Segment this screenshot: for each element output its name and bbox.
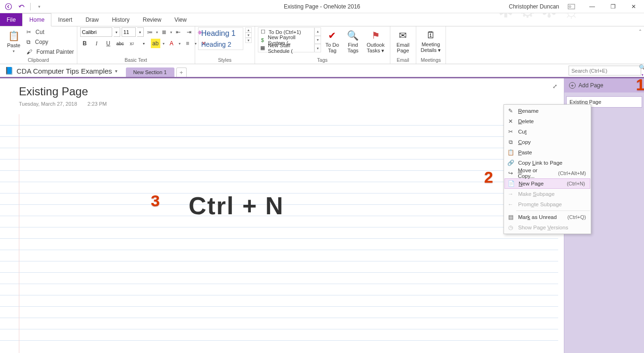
search-box[interactable]: 🔍▾ [569, 66, 641, 76]
ctx-mark-unread[interactable]: ▤Mark as Unread(Ctrl+Q) [504, 212, 591, 222]
user-name[interactable]: Christopher Duncan [509, 3, 559, 10]
group-email: ✉Email Page Email [390, 26, 416, 64]
cut-button[interactable]: ✂ Cut [26, 27, 74, 37]
undo-button[interactable] [16, 1, 27, 12]
search-input[interactable] [569, 68, 639, 74]
align-icon[interactable]: ≡ [183, 39, 192, 48]
page-time: 2:23 PM [88, 101, 107, 107]
indent-icon[interactable]: ⇥ [184, 27, 194, 37]
basic-text-label: Basic Text [80, 57, 192, 64]
tags-gallery[interactable]: ☐To Do (Ctrl+1) $New Payroll System ( ▦N… [258, 27, 314, 52]
link-icon: 🔗 [507, 160, 514, 166]
style-heading1[interactable]: Heading 1 [198, 28, 243, 39]
add-section-button[interactable]: + [176, 67, 187, 77]
tag-staff[interactable]: ▦New Staff Schedule ( [258, 44, 314, 52]
plus-icon: + [569, 82, 576, 89]
find-tags-button[interactable]: 🔍Find Tags [344, 27, 363, 56]
section-tab[interactable]: New Section 1 [126, 67, 174, 77]
page-date: Tuesday, March 27, 2018 [19, 101, 77, 107]
font-name-input[interactable] [80, 27, 112, 37]
highlight-icon[interactable]: ab [151, 39, 160, 48]
tab-home[interactable]: Home [22, 13, 51, 26]
subscript-icon[interactable]: x2 [127, 39, 137, 48]
email-label: Email [393, 57, 413, 64]
sub-dropdown-icon[interactable]: ▾ [139, 39, 149, 48]
ctx-new-page[interactable]: 📄New Page(Ctrl+N) [504, 178, 590, 189]
bullets-icon[interactable]: ≔ [145, 27, 155, 37]
group-clipboard: 📋 Paste ▾ ✂ Cut ⧉ Copy 🖌 Format Painter … [0, 26, 77, 64]
meeting-details-button[interactable]: 🗓Meeting Details ▾ [419, 27, 443, 56]
font-size-dropdown-icon[interactable]: ▾ [137, 27, 144, 37]
tab-insert[interactable]: Insert [51, 13, 79, 26]
close-button[interactable]: ✕ [625, 1, 642, 12]
qat-customize-icon[interactable]: ▾ [33, 1, 45, 12]
restore-button[interactable]: ❐ [604, 1, 621, 12]
tab-draw[interactable]: Draw [79, 13, 105, 26]
strike-icon[interactable]: abc [116, 39, 125, 48]
ctx-move[interactable]: ↪Move or Copy...(Ctrl+Alt+M) [504, 168, 591, 178]
paste-icon: 📋 [507, 149, 514, 156]
ctx-copy-link[interactable]: 🔗Copy Link to Page [504, 158, 591, 168]
group-styles: Heading 1 Heading 2 ▴▾▾ Styles [195, 26, 255, 64]
account-icon[interactable] [563, 1, 580, 12]
back-button[interactable] [3, 1, 14, 12]
minimize-button[interactable]: — [584, 1, 601, 12]
paste-icon: 📋 [8, 30, 20, 42]
font-color-icon[interactable]: A [167, 39, 176, 48]
subpage-left-icon: ← [507, 201, 514, 208]
clipboard-label: Clipboard [3, 57, 74, 64]
styles-label: Styles [198, 57, 252, 64]
styles-gallery[interactable]: Heading 1 Heading 2 [198, 27, 243, 50]
ctx-rename[interactable]: ✎Rename [504, 106, 591, 116]
copy-icon: ⧉ [507, 139, 514, 145]
ctx-copy[interactable]: ⧉Copy [504, 137, 591, 147]
dollar-icon: $ [260, 37, 265, 43]
svg-point-0 [6, 3, 12, 9]
checkbox-icon: ☐ [260, 29, 266, 35]
title-bar: ▾ Existing Page - OneNote 2016 Christoph… [0, 0, 644, 13]
notebook-dropdown[interactable]: 📘 CDA Computer Tips Examples ▾ [5, 67, 117, 77]
collapse-ribbon-icon[interactable]: ˆ [639, 29, 641, 36]
numbering-icon[interactable]: ≣ [159, 27, 169, 37]
ctx-delete[interactable]: ✕Delete [504, 116, 591, 126]
window-title: Existing Page - OneNote 2016 [284, 3, 360, 10]
tab-view[interactable]: View [168, 13, 193, 26]
tags-label: Tags [258, 57, 387, 64]
tab-file[interactable]: File [0, 13, 22, 26]
subpage-right-icon: → [507, 191, 514, 197]
tab-review[interactable]: Review [136, 13, 168, 26]
page-title[interactable]: Existing Page [19, 85, 564, 98]
bold-icon[interactable]: B [80, 39, 90, 48]
italic-icon[interactable]: I [92, 39, 101, 48]
email-page-button[interactable]: ✉Email Page [393, 27, 413, 56]
context-menu: ✎Rename ✕Delete ✂Cut ⧉Copy 📋Paste 🔗Copy … [504, 104, 591, 234]
ctx-cut[interactable]: ✂Cut [504, 126, 591, 137]
font-name-dropdown-icon[interactable]: ▾ [114, 27, 120, 37]
format-painter-button[interactable]: 🖌 Format Painter [26, 47, 74, 57]
todo-tag-button[interactable]: ✔To Do Tag [323, 27, 342, 56]
tab-history[interactable]: History [105, 13, 136, 26]
group-tags: ☐To Do (Ctrl+1) $New Payroll System ( ▦N… [255, 26, 390, 64]
calendar-icon: ▦ [260, 45, 266, 51]
page-canvas[interactable]: ⤢ Existing Page Tuesday, March 27, 2018 … [0, 78, 564, 353]
style-heading2[interactable]: Heading 2 [198, 39, 243, 50]
ctx-promote-subpage: ←Promote Subpage [504, 199, 591, 210]
flag-icon: ⚑ [372, 30, 380, 41]
copy-icon: ⧉ [26, 39, 31, 45]
chevron-down-icon: ▾ [115, 68, 117, 74]
versions-icon: ◷ [507, 224, 514, 231]
underline-icon[interactable]: U [104, 39, 113, 48]
font-size-input[interactable] [122, 27, 136, 37]
cut-icon: ✂ [507, 128, 514, 135]
move-icon: ↪ [507, 170, 514, 176]
copy-button[interactable]: ⧉ Copy [26, 37, 74, 47]
tags-scrollbar[interactable]: ▴▾▾ [314, 27, 321, 52]
ctx-paste[interactable]: 📋Paste [504, 147, 591, 158]
find-icon: 🔍 [347, 30, 359, 41]
add-page-button[interactable]: + Add Page [564, 78, 644, 92]
styles-scrollbar[interactable]: ▴▾▾ [245, 27, 252, 43]
callout-3: 3 [151, 192, 160, 210]
paste-button[interactable]: 📋 Paste ▾ [3, 27, 25, 56]
outdent-icon[interactable]: ⇤ [173, 27, 183, 37]
outlook-tasks-button[interactable]: ⚑Outlook Tasks ▾ [364, 27, 387, 56]
